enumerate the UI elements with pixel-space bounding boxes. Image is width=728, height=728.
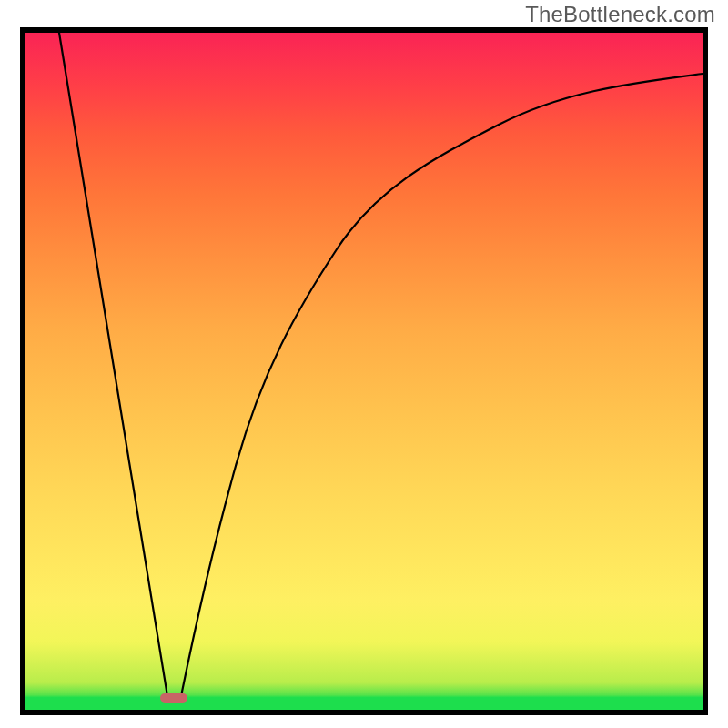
- optimum-marker: [160, 693, 187, 703]
- curve-left: [59, 33, 167, 696]
- plot-border: [20, 27, 708, 715]
- chart-frame: TheBottleneck.com: [0, 0, 728, 728]
- curve-svg: [25, 33, 703, 710]
- plot-area: [25, 33, 703, 710]
- curve-right: [181, 74, 703, 696]
- watermark-text: TheBottleneck.com: [525, 2, 715, 27]
